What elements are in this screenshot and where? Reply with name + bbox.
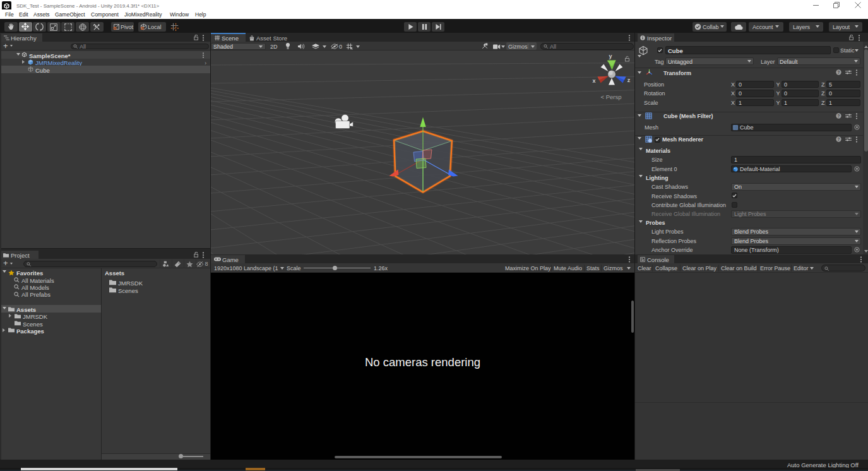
svg-text:y: y — [609, 53, 612, 59]
svg-text:?: ? — [838, 137, 840, 141]
svg-text:?: ? — [838, 114, 840, 118]
svg-text:x: x — [592, 78, 595, 84]
svg-text:< Persp: < Persp — [600, 93, 621, 100]
svg-text:?: ? — [838, 70, 840, 75]
svg-text:z: z — [627, 77, 631, 83]
